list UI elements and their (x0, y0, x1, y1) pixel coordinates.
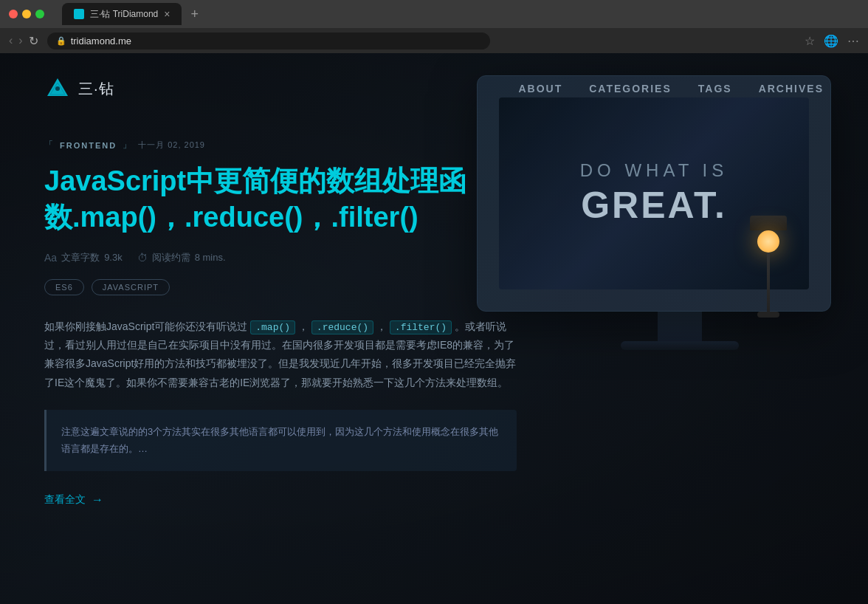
lamp-pole (767, 253, 770, 312)
refresh-button[interactable]: ↻ (29, 34, 38, 48)
tab-title: 三·钻 TriDiamond (90, 8, 158, 21)
tab-favicon-icon (74, 9, 84, 19)
category-bracket-open: 「 (44, 139, 54, 151)
tab-close-icon[interactable]: × (164, 8, 170, 20)
globe-icon[interactable]: 🌐 (824, 34, 838, 48)
url-text: tridiamond.me (71, 35, 131, 47)
meta-word-count-value: 9.3k (104, 252, 123, 263)
meta-word-count-label: 文章字数 (61, 251, 100, 264)
meta-word-count: Aa 文章字数 9.3k (44, 251, 123, 264)
active-tab[interactable]: 三·钻 TriDiamond × (62, 3, 182, 25)
back-button[interactable]: ‹ (9, 34, 13, 47)
address-bar[interactable]: 🔒 tridiamond.me (47, 32, 490, 49)
read-more-arrow-icon: → (92, 493, 103, 507)
site-main-content: 「 FRONTEND 」 十一月 02, 2019 JavaScript中更简便… (0, 124, 561, 536)
nav-item-archives[interactable]: ARCHIVES (759, 83, 824, 95)
post-meta: Aa 文章字数 9.3k ⏱ 阅读约需 8 mins. (44, 251, 517, 264)
post-blockquote: 注意这遍文章说的的3个方法其实在很多其他语言都可以使用到，因为这几个方法和使用概… (44, 410, 517, 471)
menu-icon[interactable]: ⋯ (847, 34, 859, 48)
inline-code-filter: .filter() (390, 320, 452, 334)
meta-read-label: 阅读约需 (152, 251, 190, 264)
inline-code-map: .map() (250, 320, 295, 334)
close-window-button[interactable] (9, 10, 18, 18)
post-category-line: 「 FRONTEND 」 十一月 02, 2019 (44, 139, 517, 151)
website-content: DO WHAT IS GREAT. 三·钻 ABOUT CATEGORIES T… (0, 53, 868, 604)
post-category-name[interactable]: FRONTEND (60, 141, 117, 150)
site-header: 三·钻 ABOUT CATEGORIES TAGS ARCHIVES (0, 53, 868, 124)
svg-point-2 (55, 86, 60, 91)
monitor-neck (658, 312, 702, 341)
monitor-line1: DO WHAT IS (580, 160, 728, 181)
browser-tabs: 三·钻 TriDiamond × + (62, 3, 859, 25)
nav-item-about[interactable]: ABOUT (518, 83, 562, 95)
category-bracket-close: 」 (123, 139, 132, 151)
forward-button[interactable]: › (18, 34, 22, 47)
nav-item-tags[interactable]: TAGS (698, 83, 732, 95)
browser-titlebar: 三·钻 TriDiamond × + (0, 0, 868, 28)
meta-read-value: 8 mins. (195, 252, 226, 263)
read-more-text: 查看全文 (44, 493, 86, 507)
logo-text: 三·钻 (78, 79, 114, 99)
post-date: 十一月 02, 2019 (138, 140, 205, 151)
monitor-line2: GREAT. (581, 184, 727, 227)
star-icon[interactable]: ☆ (805, 34, 815, 48)
lock-icon: 🔒 (56, 36, 66, 46)
lamp-base (757, 312, 779, 318)
excerpt-text-before-map: 如果你刚接触JavaScript可能你还没有听说过 (44, 320, 247, 332)
browser-nav-buttons: ‹ › ↻ (9, 34, 38, 48)
logo-icon (44, 75, 71, 102)
clock-icon: ⏱ (137, 252, 148, 264)
site-logo[interactable]: 三·钻 (44, 75, 114, 102)
tag-es6[interactable]: ES6 (44, 279, 84, 295)
lamp-bulb (757, 230, 779, 253)
comma2: ， (376, 320, 387, 332)
browser-chrome: 三·钻 TriDiamond × + ‹ › ↻ 🔒 tridiamond.me… (0, 0, 868, 53)
read-more-link[interactable]: 查看全文 → (44, 493, 517, 507)
minimize-window-button[interactable] (22, 10, 31, 18)
new-tab-button[interactable]: + (185, 4, 204, 25)
tag-javascript[interactable]: JAVASCRIPT (92, 279, 170, 295)
comma1: ， (298, 320, 309, 332)
monitor-base (621, 341, 739, 350)
blockquote-text: 注意这遍文章说的的3个方法其实在很多其他语言都可以使用到，因为这几个方法和使用概… (61, 423, 502, 458)
word-count-icon: Aa (44, 252, 57, 264)
post-title: JavaScript中更简便的数组处理函数.map()，.reduce()，.f… (44, 163, 517, 236)
post-tags: ES6 JAVASCRIPT (44, 279, 517, 295)
inline-code-reduce: .reduce() (311, 320, 373, 334)
browser-window-controls (9, 10, 44, 18)
browser-addressbar: ‹ › ↻ 🔒 tridiamond.me ☆ 🌐 ⋯ (0, 28, 868, 53)
maximize-window-button[interactable] (35, 10, 44, 18)
lamp-shade (750, 216, 787, 230)
site-nav: ABOUT CATEGORIES TAGS ARCHIVES (518, 83, 824, 95)
lamp-decoration (750, 216, 787, 318)
meta-read-time: ⏱ 阅读约需 8 mins. (137, 251, 226, 264)
nav-item-categories[interactable]: CATEGORIES (589, 83, 672, 95)
post-excerpt: 如果你刚接触JavaScript可能你还没有听说过 .map() ， .redu… (44, 318, 517, 392)
browser-toolbar-right: ☆ 🌐 ⋯ (805, 34, 859, 48)
